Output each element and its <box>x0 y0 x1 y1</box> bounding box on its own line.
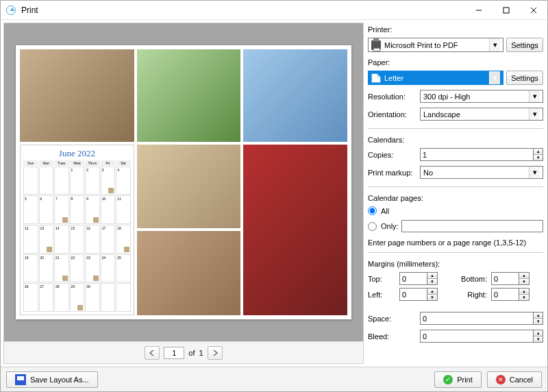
paper-settings-button[interactable]: Settings <box>506 71 543 85</box>
bleed-label: Bleed: <box>368 332 417 341</box>
calendar-grid: Sun Mon Tues Wed Thurs Fri Sat 1234 5678… <box>23 160 131 312</box>
chevron-down-icon: ▾ <box>489 71 500 84</box>
pages-hint: Enter page numbers or a page range (1,3,… <box>368 238 543 247</box>
preview-panel: June 2022 Sun Mon Tues Wed Thurs Fri Sat… <box>3 23 364 364</box>
copies-stepper[interactable]: ▲▼ <box>533 148 543 161</box>
orientation-label: Orientation: <box>368 110 417 119</box>
pages-all-label: All <box>381 207 389 215</box>
space-input[interactable] <box>420 312 533 325</box>
collage-calendar: June 2022 Sun Mon Tues Wed Thurs Fri Sat… <box>20 145 134 315</box>
collage-photo <box>243 49 347 142</box>
margin-bottom-input[interactable] <box>491 272 519 285</box>
pages-all-radio[interactable] <box>368 206 377 215</box>
paper-icon <box>371 73 381 83</box>
minimize-button[interactable] <box>465 1 493 20</box>
calendars-label: Calendars: <box>368 136 543 144</box>
cancel-icon: ✕ <box>496 375 506 384</box>
resolution-select[interactable]: 300 dpi - High ▾ <box>420 90 543 103</box>
calendar-title: June 2022 <box>23 148 131 159</box>
margin-bottom-label: Bottom: <box>456 275 487 283</box>
pages-only-label: Only: <box>381 222 399 230</box>
bleed-input[interactable] <box>420 330 533 343</box>
printer-settings-button[interactable]: Settings <box>506 38 543 52</box>
paper-label: Paper: <box>368 58 543 66</box>
margin-right-label: Right: <box>456 291 487 299</box>
chevron-down-icon: ▾ <box>489 38 500 51</box>
print-button[interactable]: ✓ Print <box>434 371 482 388</box>
markup-label: Print markup: <box>368 169 417 177</box>
margin-bottom-stepper[interactable]: ▲▼ <box>519 272 530 285</box>
margin-top-label: Top: <box>368 275 395 283</box>
markup-select[interactable]: No ▾ <box>420 166 543 179</box>
of-label: of <box>188 349 195 357</box>
orientation-select[interactable]: Landscape ▾ <box>420 108 543 121</box>
app-icon <box>6 5 16 15</box>
page-number-input[interactable] <box>164 347 184 359</box>
next-page-button[interactable] <box>208 346 223 360</box>
paper-select[interactable]: Letter ▾ <box>368 71 503 85</box>
window-title: Print <box>21 5 38 15</box>
printer-icon <box>371 40 381 50</box>
copies-input[interactable] <box>420 148 533 161</box>
pages-label: Calendar pages: <box>368 194 543 202</box>
margin-top-stepper[interactable]: ▲▼ <box>427 272 438 285</box>
resolution-label: Resolution: <box>368 93 417 101</box>
pages-only-radio[interactable] <box>368 222 377 231</box>
copies-label: Copies: <box>368 151 417 159</box>
margin-top-input[interactable] <box>399 272 427 285</box>
preview-page: June 2022 Sun Mon Tues Wed Thurs Fri Sat… <box>16 45 351 319</box>
printer-select[interactable]: Microsoft Print to PDF ▾ <box>368 38 503 52</box>
total-pages: 1 <box>199 349 203 357</box>
preview-area: June 2022 Sun Mon Tues Wed Thurs Fri Sat… <box>4 23 363 341</box>
save-layout-button[interactable]: Save Layout As... <box>6 371 98 388</box>
collage-photo <box>137 145 241 229</box>
margin-left-input[interactable] <box>399 288 427 301</box>
cancel-button[interactable]: ✕ Cancel <box>487 371 542 388</box>
margin-right-input[interactable] <box>491 288 519 301</box>
titlebar: Print <box>1 1 547 20</box>
space-label: Space: <box>368 315 417 323</box>
chevron-down-icon: ▾ <box>529 108 540 120</box>
margin-right-stepper[interactable]: ▲▼ <box>519 288 530 301</box>
pages-only-input[interactable] <box>401 220 543 232</box>
footer: Save Layout As... ✓ Print ✕ Cancel <box>1 367 547 391</box>
bleed-stepper[interactable]: ▲▼ <box>533 330 543 343</box>
svg-rect-1 <box>503 8 509 13</box>
print-dialog: Print June 2022 <box>0 0 548 392</box>
prev-page-button[interactable] <box>145 346 160 360</box>
chevron-down-icon: ▾ <box>529 90 540 102</box>
maximize-button[interactable] <box>493 1 520 20</box>
settings-panel: Printer: Microsoft Print to PDF ▾ Settin… <box>366 23 545 364</box>
collage-photo <box>243 145 347 315</box>
margin-left-label: Left: <box>368 291 395 299</box>
margins-label: Margins (millimeters): <box>368 260 543 268</box>
collage-photo <box>137 49 241 142</box>
printer-label: Printer: <box>368 25 543 34</box>
close-button[interactable] <box>520 1 547 20</box>
margin-left-stepper[interactable]: ▲▼ <box>427 288 438 301</box>
ok-icon: ✓ <box>443 375 453 384</box>
collage-photo <box>137 231 241 315</box>
pager: of 1 <box>4 341 363 363</box>
save-icon <box>15 374 26 385</box>
chevron-down-icon: ▾ <box>529 167 540 178</box>
collage-photo <box>20 49 134 142</box>
space-stepper[interactable]: ▲▼ <box>533 312 543 325</box>
